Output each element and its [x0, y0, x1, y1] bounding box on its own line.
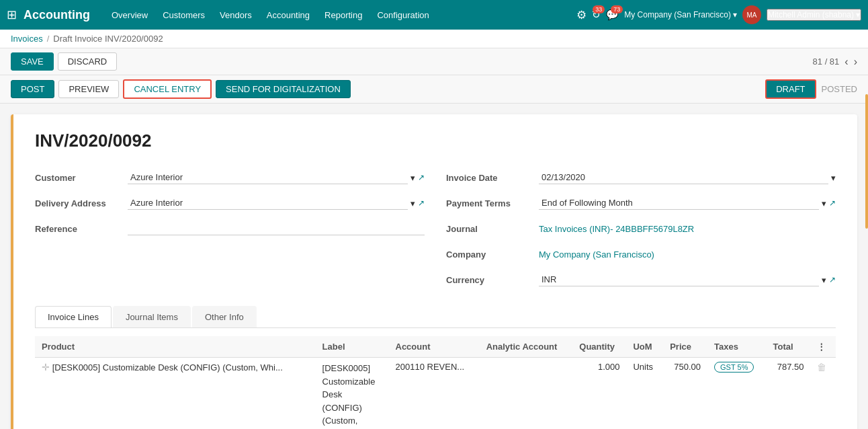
table-row: ✛ [DESK0005] Customizable Desk (CONFIG) …	[35, 358, 836, 430]
invoice-card: INV/2020/0092 Customer ▾ ↗ Delivery Addr…	[11, 114, 857, 429]
company-name: My Company (San Francisco)	[624, 10, 731, 20]
reference-label: Reference	[35, 224, 122, 234]
user-selector[interactable]: Mitchell Admin (shabna) ▾	[767, 9, 861, 21]
preview-button[interactable]: PREVIEW	[58, 80, 119, 98]
app-title: Accounting	[24, 8, 90, 22]
col-quantity: Quantity	[572, 336, 626, 358]
delivery-address-input[interactable]	[128, 196, 408, 210]
delete-row-icon[interactable]: 🗑	[817, 362, 826, 373]
nav-right: ⚙ ↻ 33 💬 73 My Company (San Francisco) ▾…	[576, 5, 861, 24]
clock-btn[interactable]: ↻ 33	[592, 9, 601, 21]
company-selector[interactable]: My Company (San Francisco) ▾	[624, 10, 737, 20]
customer-label: Customer	[35, 173, 122, 183]
reference-input[interactable]	[128, 222, 425, 235]
col-total: Total	[767, 336, 811, 358]
tabs-bar: Invoice Lines Journal Items Other Info	[35, 306, 836, 328]
customer-external-link-icon[interactable]: ↗	[418, 173, 425, 182]
chat-badge: 73	[611, 5, 623, 13]
reference-row: Reference	[35, 219, 425, 239]
main-content: INV/2020/0092 Customer ▾ ↗ Delivery Addr…	[0, 104, 868, 429]
cell-delete[interactable]: 🗑	[810, 358, 836, 430]
user-name: Mitchell Admin (shabna)	[768, 10, 854, 20]
journal-label: Journal	[446, 224, 533, 234]
breadcrumb-separator: /	[47, 34, 50, 44]
cell-analytic-account	[480, 358, 573, 430]
cell-label: [DESK0005] Customizable Desk (CONFIG) (C…	[316, 358, 389, 430]
invoice-number: INV/2020/0092	[35, 130, 836, 151]
currency-wrapper: INR ▾ ↗	[539, 273, 836, 286]
product-name: [DESK0005] Customizable Desk (CONFIG) (C…	[52, 362, 283, 373]
nav-vendors[interactable]: Vendors	[213, 7, 259, 23]
col-uom: UoM	[626, 336, 663, 358]
payment-terms-label: Payment Terms	[446, 198, 533, 208]
col-menu[interactable]: ⋮	[810, 336, 836, 358]
payment-terms-row: Payment Terms End of Following Month ▾ ↗	[446, 193, 836, 213]
journal-row: Journal Tax Invoices (INR)- 24BBBFF5679L…	[446, 219, 836, 239]
action-bar: SAVE DISCARD 81 / 81 ‹ ›	[0, 48, 868, 75]
next-record-button[interactable]: ›	[854, 56, 857, 68]
tab-invoice-lines[interactable]: Invoice Lines	[35, 306, 112, 327]
currency-external-link-icon[interactable]: ↗	[829, 275, 836, 284]
post-button[interactable]: POST	[11, 80, 54, 98]
nav-overview[interactable]: Overview	[105, 7, 155, 23]
date-dropdown-icon[interactable]: ▾	[831, 173, 836, 183]
nav-configuration[interactable]: Configuration	[370, 7, 435, 23]
invoice-lines-table: Product Label Account Analytic Account Q…	[35, 336, 836, 429]
currency-dropdown-icon[interactable]: ▾	[822, 275, 826, 285]
label-line2: Customizable	[322, 375, 382, 389]
company-label: Company	[446, 249, 533, 260]
label-line4: (CONFIG)	[322, 401, 382, 415]
delivery-external-link-icon[interactable]: ↗	[418, 198, 425, 208]
nav-menu: Overview Customers Vendors Accounting Re…	[105, 7, 572, 23]
journal-value[interactable]: Tax Invoices (INR)- 24BBBFF5679L8ZR	[539, 224, 694, 234]
cancel-entry-button[interactable]: CANCEL ENTRY	[123, 79, 212, 99]
cell-uom: Units	[626, 358, 663, 430]
drag-handle-icon[interactable]: ✛	[42, 362, 50, 373]
currency-input[interactable]: INR	[539, 273, 819, 286]
discard-button[interactable]: DISCARD	[58, 52, 118, 71]
customer-dropdown-icon[interactable]: ▾	[410, 173, 415, 183]
avatar[interactable]: MA	[742, 5, 761, 24]
customer-input[interactable]	[128, 171, 408, 184]
invoice-date-input[interactable]: 02/13/2020	[539, 171, 828, 184]
payment-terms-dropdown-icon[interactable]: ▾	[822, 198, 826, 208]
col-taxes: Taxes	[707, 336, 767, 358]
company-value[interactable]: My Company (San Francisco)	[539, 249, 654, 260]
form-right: Invoice Date 02/13/2020 ▾ Payment Terms …	[446, 167, 836, 290]
cell-account: 200110 REVEN...	[389, 358, 480, 430]
clock-badge: 33	[593, 5, 605, 13]
delivery-address-field-wrapper: ▾ ↗	[128, 196, 425, 210]
nav-accounting[interactable]: Accounting	[260, 7, 316, 23]
invoice-form: Customer ▾ ↗ Delivery Address ▾ ↗	[35, 167, 836, 290]
user-dropdown-icon: ▾	[856, 10, 860, 20]
scroll-indicator	[865, 94, 868, 229]
tab-journal-items[interactable]: Journal Items	[113, 306, 191, 327]
tab-other-info[interactable]: Other Info	[192, 306, 257, 327]
payment-terms-external-link-icon[interactable]: ↗	[829, 198, 836, 208]
cell-taxes: GST 5%	[707, 358, 767, 430]
breadcrumb-parent[interactable]: Invoices	[11, 34, 43, 44]
currency-label: Currency	[446, 275, 533, 285]
currency-row: Currency INR ▾ ↗	[446, 270, 836, 290]
payment-terms-input[interactable]: End of Following Month	[539, 196, 819, 210]
invoice-date-row: Invoice Date 02/13/2020 ▾	[446, 167, 836, 188]
cell-price: 750.00	[663, 358, 707, 430]
label-line5: (Custom,	[322, 414, 382, 428]
customer-row: Customer ▾ ↗	[35, 167, 425, 188]
label-line1: [DESK0005]	[322, 362, 382, 375]
chat-btn[interactable]: 💬 73	[606, 9, 619, 21]
nav-customers[interactable]: Customers	[156, 7, 212, 23]
app-grid-icon[interactable]: ⊞	[7, 7, 17, 22]
nav-reporting[interactable]: Reporting	[318, 7, 369, 23]
breadcrumb-current: Draft Invoice INV/2020/0092	[53, 34, 163, 44]
settings-icon-btn[interactable]: ⚙	[576, 8, 587, 22]
send-digitalization-button[interactable]: SEND FOR DIGITALIZATION	[216, 80, 351, 98]
pagination: 81 / 81 ‹ ›	[813, 56, 857, 68]
cell-product[interactable]: ✛ [DESK0005] Customizable Desk (CONFIG) …	[35, 358, 316, 430]
posted-status: POSTED	[822, 84, 857, 94]
save-button[interactable]: SAVE	[11, 52, 54, 71]
delivery-address-label: Delivery Address	[35, 198, 122, 208]
draft-status-button[interactable]: DRAFT	[765, 79, 816, 99]
delivery-dropdown-icon[interactable]: ▾	[410, 198, 415, 208]
prev-record-button[interactable]: ‹	[844, 56, 848, 68]
